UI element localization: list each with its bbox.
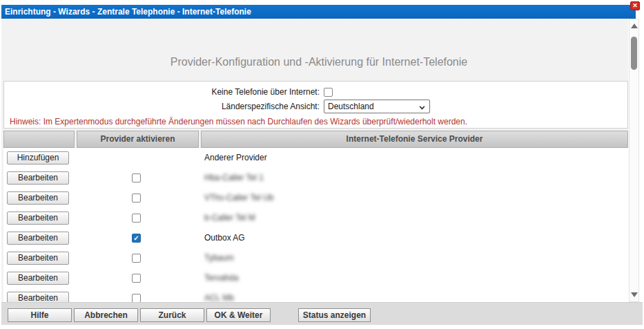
- provider-checkbox[interactable]: [132, 173, 141, 182]
- wizard-dialog: Einrichtung - Wizards - Zentrale Telepho…: [0, 0, 644, 329]
- provider-checkbox[interactable]: [132, 234, 141, 243]
- page-title: Provider-Konfiguration und -Aktivierung …: [1, 56, 636, 68]
- provider-name: Hba-Caller Tel 1: [204, 173, 264, 182]
- no-internet-checkbox[interactable]: [324, 88, 333, 97]
- provider-name: Tervahda: [204, 273, 238, 283]
- window-title: Einrichtung - Wizards - Zentrale Telepho…: [1, 5, 636, 19]
- scroll-up-icon[interactable]: [631, 24, 638, 28]
- country-select-value: Deutschland: [328, 102, 374, 111]
- dialog-body: Provider-Konfiguration und -Aktivierung …: [1, 19, 628, 302]
- vertical-scrollbar[interactable]: [629, 19, 639, 302]
- provider-table: Hinzufügen Anderer Provider Bearbeiten H…: [3, 148, 628, 321]
- chevron-down-icon: [420, 104, 425, 110]
- provider-checkbox[interactable]: [132, 214, 141, 223]
- country-select[interactable]: Deutschland: [324, 100, 430, 113]
- table-header-actions: [3, 131, 75, 148]
- edit-provider-button[interactable]: Bearbeiten: [7, 252, 69, 265]
- expert-mode-hint: Hinweis: Im Expertenmodus durchgeführte …: [10, 117, 467, 126]
- help-button[interactable]: Hilfe: [8, 308, 72, 322]
- country-view-label: Länderspezifische Ansicht:: [4, 102, 320, 111]
- edit-provider-button[interactable]: Bearbeiten: [7, 191, 69, 205]
- show-status-button[interactable]: Status anzeigen: [298, 308, 371, 322]
- cancel-button[interactable]: Abbrechen: [74, 308, 138, 322]
- provider-name: Outbox AG: [204, 233, 245, 243]
- table-row: Bearbeiten Tervahda: [3, 268, 628, 288]
- edit-provider-button[interactable]: Bearbeiten: [7, 272, 69, 285]
- table-row: Bearbeiten VThs-Caller Tel Ub: [3, 188, 628, 208]
- table-row: Bearbeiten Tybaum: [3, 248, 628, 268]
- back-button[interactable]: Zurück: [140, 308, 204, 322]
- provider-checkbox[interactable]: [132, 194, 141, 203]
- table-row: Bearbeiten b-Caller Tel M: [3, 208, 628, 228]
- ok-next-button[interactable]: OK & Weiter: [206, 308, 271, 322]
- close-icon[interactable]: ✕: [630, 1, 640, 10]
- table-row: Bearbeiten Outbox AG: [3, 228, 628, 248]
- provider-name: b-Caller Tel M: [204, 213, 255, 223]
- table-header-activate: Provider aktivieren: [77, 131, 199, 148]
- provider-name: VThs-Caller Tel Ub: [204, 193, 273, 203]
- scrollbar-thumb[interactable]: [631, 37, 637, 70]
- provider-checkbox[interactable]: [132, 254, 141, 263]
- add-provider-button[interactable]: Hinzufügen: [7, 151, 69, 164]
- edit-provider-button[interactable]: Bearbeiten: [7, 232, 69, 245]
- scroll-down-icon[interactable]: [631, 292, 638, 297]
- provider-checkbox[interactable]: [132, 274, 141, 283]
- provider-name: Tybaum: [204, 253, 234, 263]
- footer-bar: Hilfe Abbrechen Zurück OK & Weiter Statu…: [1, 302, 643, 325]
- no-internet-label: Keine Telefonie über Internet:: [4, 87, 320, 97]
- table-row: Hinzufügen Anderer Provider: [3, 148, 628, 168]
- settings-panel: Keine Telefonie über Internet: Länderspe…: [3, 81, 628, 129]
- provider-name: ACL Mb: [204, 293, 234, 303]
- provider-name: Anderer Provider: [204, 153, 267, 162]
- edit-provider-button[interactable]: Bearbeiten: [7, 212, 69, 225]
- table-header-provider: Internet-Telefonie Service Provider: [201, 131, 628, 148]
- table-row: Bearbeiten Hba-Caller Tel 1: [3, 168, 628, 188]
- edit-provider-button[interactable]: Bearbeiten: [7, 171, 69, 185]
